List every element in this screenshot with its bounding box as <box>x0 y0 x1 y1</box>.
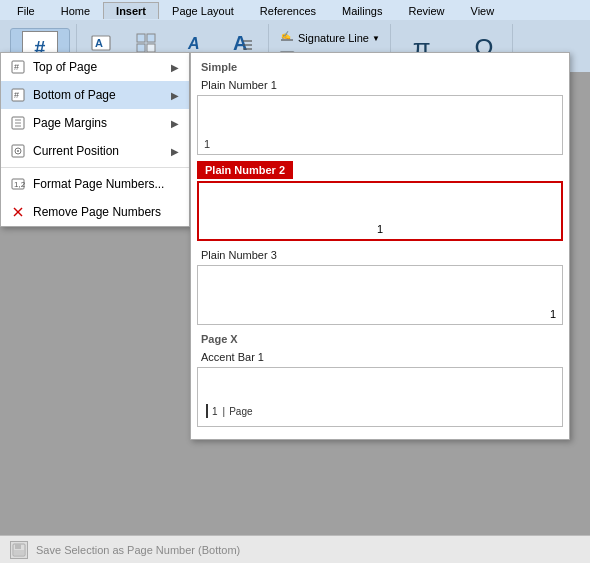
menu-item-current-position[interactable]: Current Position ▶ <box>1 137 189 165</box>
plain-number-1-preview: 1 <box>197 95 563 155</box>
save-bar-label: Save Selection as Page Number (Bottom) <box>36 544 240 556</box>
svg-text:A: A <box>187 35 200 52</box>
tab-insert[interactable]: Insert <box>103 2 159 19</box>
plain-number-3-preview: 1 <box>197 265 563 325</box>
menu-item-bottom-of-page[interactable]: # Bottom of Page ▶ <box>1 81 189 109</box>
svg-text:#: # <box>14 62 19 72</box>
current-position-icon <box>9 142 27 160</box>
svg-rect-2 <box>137 34 145 42</box>
accent-bar-page-text: | <box>223 406 226 417</box>
svg-rect-5 <box>147 44 155 52</box>
menu-item-remove-page-numbers[interactable]: Remove Page Numbers <box>1 198 189 226</box>
save-bar-icon <box>10 541 28 559</box>
tab-view[interactable]: View <box>458 2 508 19</box>
tab-home[interactable]: Home <box>48 2 103 19</box>
submenu-section-simple: Simple <box>197 59 563 77</box>
accent-bar-line-icon <box>206 404 208 418</box>
signature-line-button[interactable]: ✍ Signature Line ▼ <box>275 28 384 48</box>
submenu-item-plain-number-1[interactable]: Plain Number 1 1 <box>197 77 563 155</box>
submenu-bottom-of-page[interactable]: Simple Plain Number 1 1 Plain Number 2 1… <box>190 52 570 440</box>
svg-rect-34 <box>15 544 21 549</box>
signature-line-label: Signature Line <box>298 32 369 44</box>
svg-point-28 <box>17 150 19 152</box>
plain-number-3-value: 1 <box>550 308 556 320</box>
format-page-numbers-icon: 1,2 <box>9 175 27 193</box>
remove-page-numbers-icon <box>9 203 27 221</box>
submenu-item-plain-number-2[interactable]: Plain Number 2 1 <box>197 161 563 241</box>
accent-bar-content: 1 | Page <box>206 404 253 418</box>
submenu-item-accent-bar-1[interactable]: Accent Bar 1 1 | Page <box>197 349 563 427</box>
accent-bar-number: 1 <box>212 406 218 417</box>
tab-page-layout[interactable]: Page Layout <box>159 2 247 19</box>
plain-number-2-preview: 1 <box>197 181 563 241</box>
svg-rect-3 <box>147 34 155 42</box>
svg-text:#: # <box>14 90 19 100</box>
plain-number-2-value: 1 <box>377 223 383 235</box>
tab-references[interactable]: References <box>247 2 329 19</box>
top-of-page-icon: # <box>9 58 27 76</box>
signature-line-arrow: ▼ <box>372 34 380 43</box>
menu-separator-1 <box>1 167 189 168</box>
plain-number-3-label: Plain Number 3 <box>197 247 563 263</box>
ribbon-tab-bar: File Home Insert Page Layout References … <box>0 0 590 20</box>
accent-bar-1-preview: 1 | Page <box>197 367 563 427</box>
plain-number-1-label: Plain Number 1 <box>197 77 563 93</box>
plain-number-2-label-highlighted: Plain Number 2 <box>197 161 293 179</box>
menu-item-page-margins[interactable]: Page Margins ▶ <box>1 109 189 137</box>
svg-text:1,2: 1,2 <box>14 180 26 189</box>
top-of-page-label: Top of Page <box>33 60 165 74</box>
accent-bar-1-label: Accent Bar 1 <box>197 349 563 365</box>
format-page-numbers-label: Format Page Numbers... <box>33 177 179 191</box>
submenu-section-page-x: Page X <box>197 331 563 349</box>
bottom-of-page-label: Bottom of Page <box>33 88 165 102</box>
plain-number-2-label: Plain Number 2 <box>205 164 285 176</box>
page-margins-arrow: ▶ <box>171 118 179 129</box>
tab-mailings[interactable]: Mailings <box>329 2 395 19</box>
current-position-arrow: ▶ <box>171 146 179 157</box>
current-position-label: Current Position <box>33 144 165 158</box>
remove-page-numbers-label: Remove Page Numbers <box>33 205 179 219</box>
plain-number-1-value: 1 <box>204 138 210 150</box>
bottom-of-page-arrow: ▶ <box>171 90 179 101</box>
page-margins-label: Page Margins <box>33 116 165 130</box>
save-bar: Save Selection as Page Number (Bottom) <box>0 535 590 563</box>
svg-rect-35 <box>14 550 24 555</box>
tab-review[interactable]: Review <box>395 2 457 19</box>
top-of-page-arrow: ▶ <box>171 62 179 73</box>
svg-rect-4 <box>137 44 145 52</box>
signature-line-icon: ✍ <box>279 30 295 46</box>
menu-item-format-page-numbers[interactable]: 1,2 Format Page Numbers... <box>1 170 189 198</box>
submenu-item-plain-number-3[interactable]: Plain Number 3 1 <box>197 247 563 325</box>
tab-file[interactable]: File <box>4 2 48 19</box>
menu-item-top-of-page[interactable]: # Top of Page ▶ <box>1 53 189 81</box>
svg-text:A: A <box>95 37 103 49</box>
page-margins-icon <box>9 114 27 132</box>
bottom-of-page-icon: # <box>9 86 27 104</box>
context-menu[interactable]: # Top of Page ▶ # Bottom of Page ▶ <box>0 52 190 227</box>
svg-text:A: A <box>233 32 247 54</box>
accent-bar-page-word: Page <box>229 406 252 417</box>
svg-text:✍: ✍ <box>281 30 291 40</box>
